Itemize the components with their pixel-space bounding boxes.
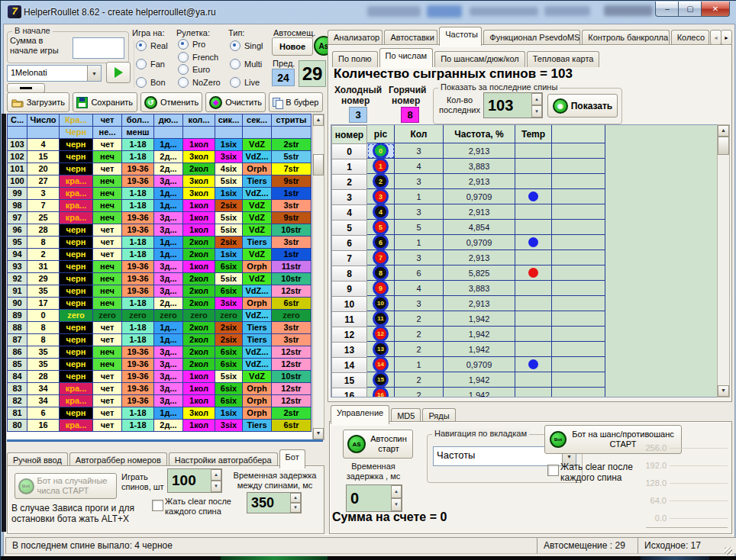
bl-delay-spinner[interactable]: 350 ▲▼: [247, 492, 302, 513]
table-row[interactable]: 987кра...неч1-181д...1кол2sixVdZ3str: [8, 200, 312, 212]
show-button[interactable]: ◉ Показать: [547, 94, 618, 117]
freq-row[interactable]: 151521,942: [331, 372, 605, 388]
tab[interactable]: Автоставки: [384, 30, 437, 46]
start-sum-input[interactable]: [73, 37, 124, 59]
radio-option[interactable]: Euro: [178, 64, 224, 75]
freq-row[interactable]: 141410,9709: [331, 357, 605, 373]
table-row[interactable]: 9135черннеч19-363д...2кол6sixVdZ...12str: [8, 285, 312, 298]
scroll-down-icon[interactable]: ▼: [313, 428, 324, 439]
spin-down-icon[interactable]: ▼: [211, 481, 221, 492]
radio-option[interactable]: Live: [230, 77, 270, 88]
table-row[interactable]: 993кра...неч1-181д...3кол1sixVdZ...1str: [8, 188, 312, 200]
scroll-thumb[interactable]: [718, 137, 729, 155]
radio-option[interactable]: Fan: [136, 59, 176, 69]
tab[interactable]: Управление: [331, 405, 389, 424]
play-spins-spinner[interactable]: 100 ▲▼: [167, 468, 222, 493]
frequency-table[interactable]: номерpicКолЧастота, %Temp0032,9131143,88…: [331, 124, 718, 397]
tab[interactable]: Функционал PsevdoMS: [483, 30, 580, 46]
bot-random-button[interactable]: Bot Бот на случайные числа СТАРТ: [15, 473, 117, 499]
tab[interactable]: Частоты: [439, 27, 482, 46]
table-row[interactable]: 888чернчет1-181д...2кол2sixTiers3str: [8, 322, 312, 334]
table-row[interactable]: 10027кра...неч19-363д...3кол5sixTiers9st…: [8, 175, 312, 188]
frequency-table-scrollbar[interactable]: ▲ ▼: [717, 124, 730, 397]
table-row[interactable]: 816чернчет1-181д...3кол1sixOrph2str: [8, 407, 312, 420]
table-row[interactable]: 8428чернчет19-363д...1кол5sixVdZ10str: [8, 371, 312, 383]
title-bar[interactable]: 7 HelperRoullet 8.62 - create helperroul…: [1, 1, 736, 24]
radio-icon[interactable]: [178, 39, 189, 50]
radio-option[interactable]: Real: [136, 40, 176, 51]
tab[interactable]: Анализатор: [328, 30, 383, 46]
scroll-up-icon[interactable]: ▲: [313, 114, 324, 126]
freq-row[interactable]: 7732,913: [331, 250, 605, 266]
tabs-scroll-left[interactable]: ◄: [710, 30, 721, 45]
table-row[interactable]: 9017черннеч1-182д...2кол3sixOrph6str: [8, 298, 312, 310]
tabs-scroll-right[interactable]: ►: [721, 30, 732, 45]
table-row[interactable]: 942чернчет1-181д...2кол1sixVdZ1str: [8, 249, 312, 261]
radio-option[interactable]: Bon: [136, 77, 176, 88]
freq-row[interactable]: 9943,883: [331, 281, 605, 297]
br-delay-spinner[interactable]: 0 ▲▼: [346, 484, 402, 512]
radio-option[interactable]: Multi: [230, 59, 270, 69]
radio-icon[interactable]: [230, 77, 240, 88]
scroll-thumb[interactable]: [313, 154, 324, 175]
freq-row[interactable]: 8865,825: [331, 266, 605, 282]
copy-buffer-button[interactable]: В буфер: [269, 92, 323, 112]
radio-icon[interactable]: [230, 59, 240, 69]
clear-button[interactable]: ◆ Очистить: [205, 92, 265, 112]
tab[interactable]: Бот: [279, 449, 305, 468]
table-row[interactable]: 8016кра...чет1-182д...1кол3sixTiers6str: [8, 420, 312, 432]
table-row[interactable]: 9331черннеч19-363д...1кол6sixOrph11str: [8, 261, 312, 273]
bl-clear-checkbox[interactable]: [152, 500, 163, 511]
table-row[interactable]: 10215черннеч1-182д...3кол3sixVdZ...5str: [8, 151, 312, 163]
scroll-up-icon[interactable]: ▲: [718, 125, 729, 137]
radio-option[interactable]: NoZero: [178, 77, 224, 88]
freq-row[interactable]: 4432,913: [331, 204, 605, 220]
undo-button[interactable]: ↺ Отменить: [140, 92, 203, 112]
freq-row[interactable]: 0032,913: [331, 143, 605, 159]
spin-down-icon[interactable]: ▼: [290, 503, 301, 513]
table-row[interactable]: 890zerozerozerozerozerozeroVdZ...zero: [8, 310, 312, 322]
spin-down-icon[interactable]: ▼: [531, 105, 542, 117]
radio-icon[interactable]: [136, 40, 147, 51]
last-count-spinner[interactable]: 103 ▲▼: [483, 92, 543, 118]
table-row[interactable]: 9229черннеч19-363д...2кол5sixVdZ10str: [8, 273, 312, 285]
tab[interactable]: Контроль банкролла: [582, 30, 669, 46]
spin-up-icon[interactable]: ▲: [391, 485, 402, 498]
radio-icon[interactable]: [136, 77, 147, 88]
tab[interactable]: По числам: [379, 48, 434, 67]
table-row[interactable]: 8334кра...чет19-363д...1кол6sixOrph12str: [8, 383, 312, 395]
table-row[interactable]: 8635черннеч19-363д...2кол6sixVdZ...12str: [8, 346, 312, 359]
tab[interactable]: По шансам/дюж/кол: [434, 51, 525, 67]
maximize-button[interactable]: ▢: [678, 2, 702, 17]
minimize-button[interactable]: –: [655, 2, 680, 17]
table-row[interactable]: 8234кра...чет19-363д...1кол6sixOrph12str: [8, 395, 312, 407]
history-table[interactable]: С...ЧислоКра...четбол...дю...кол...сик..…: [7, 114, 312, 439]
spin-up-icon[interactable]: ▲: [531, 93, 542, 105]
table-row[interactable]: 9628чернчет19-363д...1кол5sixVdZ10str: [8, 224, 312, 237]
freq-row[interactable]: 131321,942: [331, 342, 605, 358]
radio-option[interactable]: Singl: [230, 40, 270, 51]
table-row[interactable]: 1034чернчет1-181д...1кол1sixVdZ2str: [8, 139, 312, 151]
tab[interactable]: По полю: [332, 51, 378, 67]
autospin-start-button[interactable]: AS Автоспин старт: [343, 430, 413, 459]
tab[interactable]: Тепловая карта: [527, 51, 600, 67]
freq-row[interactable]: 2232,913: [331, 174, 605, 190]
history-table-scrollbar[interactable]: ▲ ▼: [312, 114, 324, 440]
freq-row[interactable]: 121221,942: [331, 327, 605, 343]
radio-option[interactable]: Pro: [178, 39, 224, 50]
table-row[interactable]: 8535черннеч19-363д...2кол6sixVdZ...12str: [8, 359, 312, 371]
radio-icon[interactable]: [136, 59, 147, 69]
br-clear-checkbox[interactable]: [547, 465, 559, 476]
radio-icon[interactable]: [230, 40, 240, 51]
freq-row[interactable]: 3310,9709: [331, 189, 605, 205]
radio-icon[interactable]: [178, 77, 189, 88]
save-button[interactable]: Сохранить: [73, 92, 137, 112]
resize-grip[interactable]: [725, 547, 732, 555]
freq-row[interactable]: 161621,942: [331, 388, 605, 397]
radio-option[interactable]: French: [178, 52, 224, 63]
table-row[interactable]: 10120чернчет19-362д...2кол4sixOrph7str: [8, 163, 312, 175]
tab[interactable]: Колесо: [671, 30, 709, 46]
spin-down-icon[interactable]: ▼: [391, 498, 402, 511]
scroll-down-icon[interactable]: ▼: [718, 385, 729, 397]
spin-up-icon[interactable]: ▲: [290, 493, 301, 503]
